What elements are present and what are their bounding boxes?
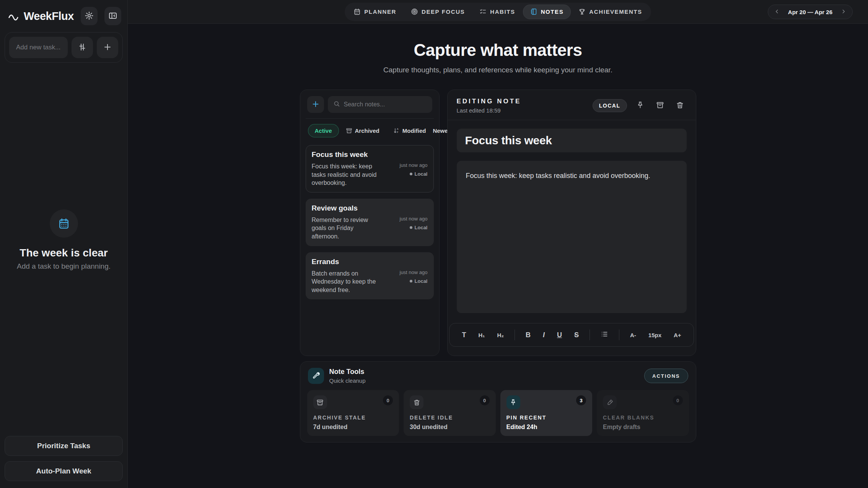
trash-icon — [410, 395, 423, 409]
font-size-label[interactable]: 15px — [644, 329, 666, 341]
italic-button[interactable]: I — [538, 328, 549, 342]
new-note-button[interactable] — [307, 96, 324, 113]
toolbar-divider — [590, 330, 590, 340]
archive-stale-card[interactable]: 0 ARCHIVE STALE 7d unedited — [307, 390, 399, 436]
note-tools-grid: 0 ARCHIVE STALE 7d unedited 0 DELETE IDL… — [307, 390, 689, 436]
underline-button[interactable]: U — [552, 328, 567, 342]
previous-week-button[interactable] — [771, 6, 783, 18]
sort-icon: AZ — [393, 127, 400, 134]
tool-card-label: DELETE IDLE — [410, 415, 490, 421]
tool-card-label: PIN RECENT — [506, 415, 586, 421]
note-body-input[interactable]: Focus this week: keep tasks realistic an… — [457, 161, 687, 313]
note-timestamp: just now ago — [400, 162, 428, 168]
tab-label: DEEP FOCUS — [422, 8, 465, 15]
editor-header: EDITING NOTE Last edited 18:59 LOCAL — [448, 90, 696, 120]
notes-list-panel: Active Archived AZ Modified — [300, 90, 440, 356]
note-card[interactable]: Focus this week Focus this week: keep ta… — [306, 145, 434, 193]
sort-modified-button[interactable]: AZ Modified — [393, 127, 426, 134]
count-badge: 0 — [383, 395, 393, 405]
count-badge: 0 — [673, 395, 683, 405]
collapse-sidebar-button[interactable] — [104, 7, 121, 25]
page-hero: Capture what matters Capture thoughts, p… — [128, 41, 868, 74]
toolbar-divider — [515, 330, 515, 340]
notes-page: Capture what matters Capture thoughts, p… — [128, 24, 868, 488]
app-title: WeekFlux — [24, 10, 74, 23]
text-style-button[interactable]: T — [457, 328, 471, 342]
archive-icon — [346, 127, 352, 134]
note-title-input[interactable] — [457, 129, 687, 152]
search-icon — [333, 100, 340, 109]
delete-note-button[interactable] — [674, 99, 687, 112]
archive-note-button[interactable] — [654, 99, 667, 112]
wrench-icon — [308, 368, 324, 384]
local-dot-icon — [410, 226, 412, 229]
tab-habits[interactable]: HABITS — [472, 5, 522, 19]
sidebar-header: WeekFlux — [0, 0, 127, 31]
add-task-button[interactable] — [97, 37, 118, 58]
note-storage-badge: Local — [415, 225, 428, 230]
add-task-box — [5, 32, 123, 63]
chevron-right-icon — [840, 8, 847, 16]
trash-icon — [676, 101, 684, 110]
tool-card-sub: 30d unedited — [410, 424, 490, 431]
pin-note-button[interactable] — [634, 99, 647, 112]
note-excerpt: Focus this week: keep tasks realistic an… — [312, 162, 381, 187]
bold-button[interactable]: B — [521, 328, 535, 342]
local-dot-icon — [410, 173, 412, 175]
sort-label: Modified — [402, 127, 426, 134]
week-switcher: Apr 20 — Apr 26 — [768, 5, 853, 19]
tab-label: HABITS — [490, 8, 515, 15]
note-excerpt: Remember to review goals on Friday after… — [312, 216, 381, 241]
tab-achievements[interactable]: ACHIEVEMENTS — [572, 5, 649, 19]
filter-active-chip[interactable]: Active — [308, 124, 339, 137]
search-notes-input[interactable] — [344, 101, 427, 108]
empty-state-subtitle: Add a task to begin planning. — [17, 262, 111, 271]
tool-card-label: CLEAR BLANKS — [603, 415, 683, 421]
note-tools-header: Note Tools Quick cleanup ACTIONS — [307, 368, 689, 390]
tab-deep-focus[interactable]: DEEP FOCUS — [404, 5, 472, 19]
local-dot-icon — [410, 280, 412, 282]
page-subtitle: Capture thoughts, plans, and references … — [128, 66, 868, 74]
add-task-input[interactable] — [9, 37, 68, 58]
archive-icon — [313, 395, 327, 409]
heading2-button[interactable]: H₂ — [492, 329, 508, 341]
font-larger-button[interactable]: A+ — [669, 329, 686, 341]
empty-state-title: The week is clear — [20, 247, 107, 259]
strikethrough-button[interactable]: S — [570, 328, 583, 342]
week-empty-state: The week is clear Add a task to begin pl… — [0, 64, 127, 431]
settings-button[interactable] — [81, 7, 98, 25]
note-storage-badge: Local — [415, 278, 428, 284]
tab-label: ACHIEVEMENTS — [589, 8, 642, 15]
note-excerpt: Batch errands on Wednesday to keep the w… — [312, 269, 381, 294]
tab-notes[interactable]: NOTES — [523, 5, 571, 19]
calendar-icon — [50, 209, 78, 238]
storage-badge[interactable]: LOCAL — [593, 99, 627, 112]
bullet-list-button[interactable] — [596, 327, 613, 343]
delete-idle-card[interactable]: 0 DELETE IDLE 30d unedited — [404, 390, 496, 436]
tool-card-sub: 7d unedited — [313, 424, 393, 431]
tool-card-sub: Empty drafts — [603, 424, 683, 431]
note-list: Focus this week Focus this week: keep ta… — [306, 145, 434, 299]
note-tools-subtitle: Quick cleanup — [329, 377, 366, 384]
note-tools-title: Note Tools — [329, 368, 366, 376]
note-card[interactable]: Errands Batch errands on Wednesday to ke… — [306, 252, 434, 300]
font-smaller-button[interactable]: A- — [625, 329, 641, 341]
tool-card-sub: Edited 24h — [506, 424, 586, 431]
clear-blanks-card[interactable]: 0 CLEAR BLANKS Empty drafts — [597, 390, 689, 436]
task-filter-button[interactable] — [72, 37, 93, 58]
auto-plan-week-button[interactable]: Auto-Plan Week — [5, 461, 123, 481]
checklist-icon — [479, 8, 487, 15]
note-title: Review goals — [312, 204, 428, 212]
heading1-button[interactable]: H₁ — [474, 329, 489, 341]
actions-button[interactable]: ACTIONS — [644, 369, 688, 383]
note-title: Focus this week — [312, 150, 428, 159]
svg-text:Z: Z — [397, 131, 398, 133]
page-title: Capture what matters — [128, 41, 868, 60]
next-week-button[interactable] — [838, 6, 849, 18]
filter-archived-chip[interactable]: Archived — [346, 127, 379, 134]
target-icon — [411, 8, 418, 15]
tab-planner[interactable]: PLANNER — [347, 5, 403, 19]
pin-recent-card[interactable]: 3 PIN RECENT Edited 24h — [500, 390, 593, 436]
prioritize-tasks-button[interactable]: Prioritize Tasks — [5, 436, 123, 456]
note-card[interactable]: Review goals Remember to review goals on… — [306, 199, 434, 246]
